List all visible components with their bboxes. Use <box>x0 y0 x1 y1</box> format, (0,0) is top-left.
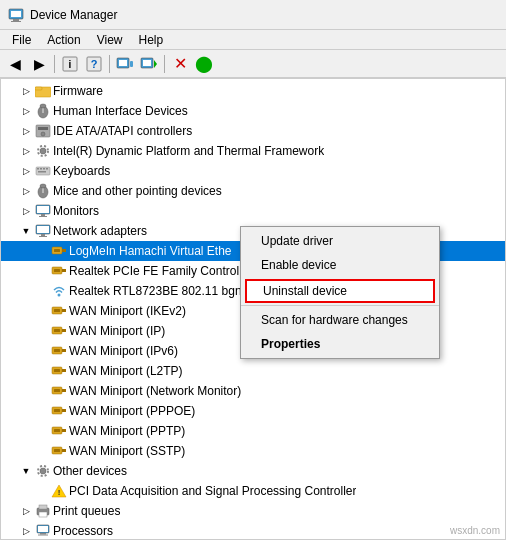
expand-btn[interactable]: ▷ <box>19 184 33 198</box>
tree-item[interactable]: ▷Intel(R) Dynamic Platform and Thermal F… <box>1 141 505 161</box>
tree-icon: ! <box>51 483 67 499</box>
svg-rect-12 <box>143 60 151 66</box>
tree-item[interactable]: ▷Human Interface Devices <box>1 101 505 121</box>
svg-rect-40 <box>39 236 47 237</box>
tree-icon <box>51 263 67 279</box>
ctx-update-driver[interactable]: Update driver <box>241 229 439 253</box>
ctx-scan-hardware[interactable]: Scan for hardware changes <box>241 308 439 332</box>
tree-icon <box>35 103 51 119</box>
tree-label: Intel(R) Dynamic Platform and Thermal Fr… <box>53 144 324 158</box>
svg-rect-55 <box>62 349 66 352</box>
tree-icon <box>51 383 67 399</box>
toolbar-enable[interactable]: ⬤ <box>193 53 215 75</box>
expand-btn[interactable] <box>35 264 49 278</box>
tree-label: WAN Miniport (SSTP) <box>69 444 185 458</box>
toolbar-back[interactable]: ◀ <box>4 53 26 75</box>
menu-help[interactable]: Help <box>131 31 172 49</box>
expand-btn[interactable] <box>35 484 49 498</box>
svg-rect-43 <box>54 249 60 252</box>
tree-item[interactable]: WAN Miniport (Network Monitor) <box>1 381 505 401</box>
expand-btn[interactable] <box>35 344 49 358</box>
ctx-uninstall-device[interactable]: Uninstall device <box>245 279 435 303</box>
main-content: ▷Firmware▷Human Interface Devices▷IDE AT… <box>0 78 506 540</box>
svg-rect-29 <box>38 171 46 173</box>
svg-rect-20 <box>38 127 48 130</box>
svg-rect-25 <box>37 168 39 170</box>
svg-point-18 <box>40 104 46 108</box>
expand-btn[interactable] <box>35 404 49 418</box>
menu-action[interactable]: Action <box>39 31 88 49</box>
expand-btn[interactable] <box>35 244 49 258</box>
tree-item[interactable]: WAN Miniport (SSTP) <box>1 441 505 461</box>
svg-rect-56 <box>54 349 60 352</box>
tree-item[interactable]: ▷Print queues <box>1 501 505 521</box>
tree-icon <box>51 363 67 379</box>
tree-item[interactable]: !PCI Data Acquisition and Signal Process… <box>1 481 505 501</box>
toolbar-properties[interactable]: i <box>59 53 81 75</box>
tree-item[interactable]: ▷Keyboards <box>1 161 505 181</box>
expand-btn[interactable]: ▷ <box>19 104 33 118</box>
toolbar-forward[interactable]: ▶ <box>28 53 50 75</box>
tree-item[interactable]: ▷Firmware <box>1 81 505 101</box>
tree-icon <box>35 163 51 179</box>
tree-label: Keyboards <box>53 164 110 178</box>
ctx-properties[interactable]: Properties <box>241 332 439 356</box>
tree-item[interactable]: ▷Mice and other pointing devices <box>1 181 505 201</box>
svg-rect-61 <box>62 389 66 392</box>
tree-item[interactable]: WAN Miniport (PPPOE) <box>1 401 505 421</box>
tree-item[interactable]: WAN Miniport (PPTP) <box>1 421 505 441</box>
tree-item[interactable]: WAN Miniport (L2TP) <box>1 361 505 381</box>
expand-btn[interactable] <box>35 304 49 318</box>
toolbar-sep-2 <box>109 55 110 73</box>
title-bar-text: Device Manager <box>30 8 117 22</box>
toolbar-scan[interactable] <box>114 53 136 75</box>
tree-label: Firmware <box>53 84 103 98</box>
expand-btn[interactable]: ▷ <box>19 124 33 138</box>
tree-label: Mice and other pointing devices <box>53 184 222 198</box>
tree-icon <box>35 523 51 539</box>
expand-btn[interactable]: ▷ <box>19 84 33 98</box>
toolbar-update[interactable] <box>138 53 160 75</box>
tree-item[interactable]: ▷Monitors <box>1 201 505 221</box>
tree-item[interactable]: ▷Processors <box>1 521 505 540</box>
tree-icon <box>51 243 67 259</box>
expand-btn[interactable] <box>35 364 49 378</box>
expand-btn[interactable]: ▼ <box>19 224 33 238</box>
svg-rect-82 <box>38 535 48 536</box>
tree-icon <box>35 223 51 239</box>
tree-item[interactable]: ▼Other devices <box>1 461 505 481</box>
expand-btn[interactable] <box>35 424 49 438</box>
expand-btn[interactable]: ▷ <box>19 524 33 538</box>
expand-btn[interactable] <box>35 384 49 398</box>
svg-rect-50 <box>54 309 60 312</box>
svg-point-32 <box>40 184 46 188</box>
expand-btn[interactable] <box>35 324 49 338</box>
tree-label: Processors <box>53 524 113 538</box>
tree-icon <box>51 423 67 439</box>
tree-label: WAN Miniport (IP) <box>69 324 165 338</box>
svg-rect-38 <box>37 226 49 233</box>
expand-btn[interactable]: ▷ <box>19 164 33 178</box>
tree-icon <box>35 183 51 199</box>
expand-btn[interactable] <box>35 284 49 298</box>
expand-btn[interactable]: ▷ <box>19 144 33 158</box>
ctx-enable-device[interactable]: Enable device <box>241 253 439 277</box>
toolbar-uninstall[interactable]: ✕ <box>169 53 191 75</box>
expand-btn[interactable] <box>35 444 49 458</box>
tree-label: Print queues <box>53 504 120 518</box>
svg-rect-3 <box>11 21 21 22</box>
svg-rect-68 <box>54 429 60 432</box>
svg-rect-34 <box>37 206 49 213</box>
expand-btn[interactable]: ▷ <box>19 204 33 218</box>
tree-label: WAN Miniport (L2TP) <box>69 364 183 378</box>
svg-text:!: ! <box>58 488 61 497</box>
menu-file[interactable]: File <box>4 31 39 49</box>
expand-btn[interactable]: ▼ <box>19 464 33 478</box>
menu-view[interactable]: View <box>89 31 131 49</box>
svg-rect-70 <box>62 449 66 452</box>
tree-item[interactable]: ▷IDE ATA/ATAPI controllers <box>1 121 505 141</box>
expand-btn[interactable]: ▷ <box>19 504 33 518</box>
toolbar-help[interactable]: ? <box>83 53 105 75</box>
svg-rect-15 <box>35 87 42 90</box>
tree-icon <box>51 303 67 319</box>
